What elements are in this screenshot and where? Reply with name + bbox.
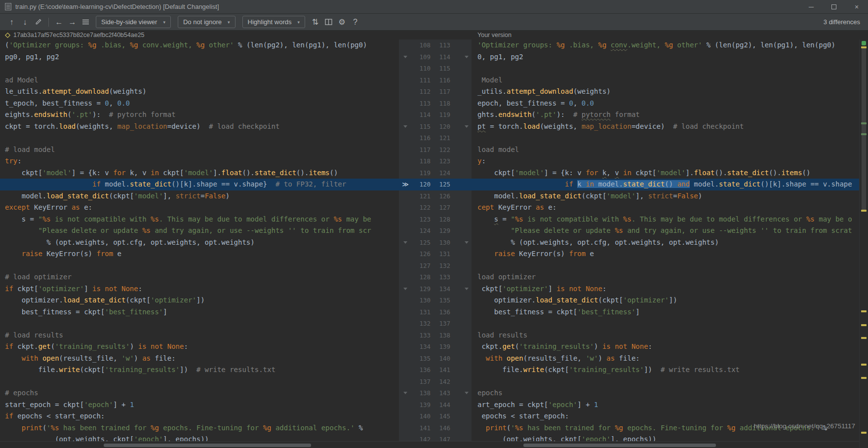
code-line[interactable]: load optimizer — [472, 271, 859, 283]
code-line[interactable]: # load results — [0, 330, 399, 341]
code-line[interactable]: Model — [472, 75, 859, 86]
code-line[interactable]: cept KeyError as e: — [472, 202, 859, 214]
code-line[interactable] — [472, 260, 859, 272]
code-line[interactable]: ckpt['model'] = {k: v for k, v in ckpt['… — [0, 167, 399, 179]
minimize-button[interactable]: ─ — [800, 0, 823, 13]
code-line[interactable]: epoch, best_fitness = 0, 0.0 — [472, 98, 859, 110]
code-line[interactable]: eights.endswith('.pt'): # pytorch format — [0, 109, 399, 121]
code-line[interactable]: t_epoch, best_fitness = 0, 0.0 — [0, 98, 399, 110]
code-line[interactable]: optimizer.load_state_dict(ckpt['optimize… — [472, 295, 859, 306]
stripe-mark[interactable] — [861, 337, 867, 339]
code-line[interactable]: model.load_state_dict(ckpt['model'], str… — [472, 190, 859, 202]
error-stripe[interactable] — [859, 39, 868, 448]
stripe-mark[interactable] — [861, 324, 867, 326]
code-line[interactable]: if k in model.state_dict() and model.sta… — [472, 179, 859, 190]
stripe-mark[interactable] — [861, 377, 867, 379]
code-line[interactable]: file.write(ckpt['training_results']) # w… — [472, 364, 859, 376]
back-button[interactable]: ← — [52, 16, 66, 28]
code-line[interactable]: epochs — [472, 387, 859, 399]
code-line[interactable]: with open(results_file, 'w') as file: — [472, 353, 859, 365]
code-line[interactable]: best_fitness = ckpt['best_fitness'] — [0, 306, 399, 318]
horizontal-scrollbar-thumb[interactable] — [104, 444, 311, 447]
code-line[interactable]: art_epoch = ckpt['epoch'] + 1 — [472, 399, 859, 411]
code-line[interactable]: s = "%s is not compatible with %s. This … — [472, 214, 859, 225]
code-line[interactable]: # epochs — [0, 387, 399, 399]
horizontal-scrollbar-thumb[interactable] — [523, 444, 716, 447]
forward-button[interactable]: → — [66, 16, 79, 28]
code-line[interactable]: y: — [472, 155, 859, 167]
whitespace-policy-select[interactable]: Do not ignore ▾ — [178, 16, 236, 28]
code-line[interactable]: % (opt.weights, opt.cfg, opt.weights, op… — [0, 237, 399, 249]
code-line[interactable]: except KeyError as e: — [0, 202, 399, 214]
code-line[interactable]: pt = torch.load(weights, map_location=de… — [472, 121, 859, 133]
vertical-scrollbar-thumb[interactable] — [862, 47, 866, 210]
code-line[interactable]: start_epoch = ckpt['epoch'] + 1 — [0, 399, 399, 411]
right-editor-pane[interactable]: 'Optimizer groups: %g .bias, %g conv.wei… — [472, 39, 859, 448]
code-line[interactable] — [472, 132, 859, 144]
stripe-mark[interactable] — [861, 364, 867, 366]
code-line[interactable]: ckpt.get('training_results') is not None… — [472, 341, 859, 353]
code-line[interactable] — [472, 63, 859, 75]
code-line[interactable]: raise KeyError(s) from e — [0, 248, 399, 260]
left-editor-pane[interactable]: ('Optimizer groups: %g .bias, %g conv.we… — [0, 39, 399, 448]
help-button[interactable]: ? — [349, 16, 362, 28]
code-line[interactable]: ('Optimizer groups: %g .bias, %g conv.we… — [0, 39, 399, 51]
changed-files-list-button[interactable] — [79, 16, 92, 28]
code-line[interactable] — [0, 318, 399, 330]
code-line[interactable]: raise KeyError(s) from e — [472, 248, 859, 260]
code-line[interactable]: if model.state_dict()[k].shape == v.shap… — [0, 179, 399, 190]
code-line[interactable]: optimizer.load_state_dict(ckpt['optimize… — [0, 295, 399, 306]
code-line[interactable] — [472, 376, 859, 388]
stripe-mark[interactable] — [861, 133, 867, 135]
code-line[interactable]: file.write(ckpt['training_results']) # w… — [0, 364, 399, 376]
close-button[interactable]: × — [845, 0, 868, 13]
code-line[interactable] — [0, 63, 399, 75]
code-line[interactable]: ckpt['model'] = {k: v for k, v in ckpt['… — [472, 167, 859, 179]
stripe-mark[interactable] — [861, 432, 867, 434]
code-line[interactable]: print('%s has been trained for %g epochs… — [0, 422, 399, 434]
code-line[interactable]: load model — [472, 144, 859, 156]
code-line[interactable]: ckpt = torch.load(weights, map_location=… — [0, 121, 399, 133]
stripe-mark[interactable] — [861, 46, 867, 48]
code-line[interactable]: _utils.attempt_download(weights) — [472, 86, 859, 98]
code-line[interactable]: best_fitness = ckpt['best_fitness'] — [472, 306, 859, 318]
code-line[interactable]: if ckpt.get('training_results') is not N… — [0, 341, 399, 353]
code-line[interactable]: model.load_state_dict(ckpt['model'], str… — [0, 190, 399, 202]
edit-source-button[interactable] — [32, 16, 45, 28]
maximize-button[interactable] — [823, 0, 845, 13]
code-line[interactable]: epochs < start_epoch: — [472, 411, 859, 422]
code-line[interactable]: s = "%s is not compatible with %s. This … — [0, 214, 399, 225]
code-line[interactable] — [0, 376, 399, 388]
code-line[interactable]: % (opt.weights, opt.cfg, opt.weights, op… — [472, 237, 859, 249]
code-line[interactable]: ckpt['optimizer'] is not None: — [472, 283, 859, 295]
code-line[interactable]: "Please delete or update %s and try agai… — [0, 225, 399, 237]
code-line[interactable]: "Please delete or update %s and try agai… — [472, 225, 859, 237]
settings-button[interactable]: ⚙ — [335, 16, 349, 28]
code-line[interactable]: 0, pg1, pg2 — [472, 51, 859, 63]
viewer-mode-select[interactable]: Side-by-side viewer ▾ — [96, 16, 171, 28]
code-line[interactable] — [472, 318, 859, 330]
inspections-indicator[interactable] — [862, 41, 866, 45]
code-line[interactable] — [0, 260, 399, 272]
code-line[interactable]: load results — [472, 330, 859, 341]
code-line[interactable]: ghts.endswith('.pt'): # pytorch format — [472, 109, 859, 121]
next-difference-button[interactable]: ↓ — [18, 16, 32, 28]
highlighting-policy-select[interactable]: Highlight words ▾ — [242, 16, 305, 28]
code-line[interactable]: with open(results_file, 'w') as file: — [0, 353, 399, 365]
sync-scrolling-button[interactable] — [322, 16, 335, 28]
code-line[interactable]: if ckpt['optimizer'] is not None: — [0, 283, 399, 295]
code-line[interactable]: pg0, pg1, pg2 — [0, 51, 399, 63]
horizontal-scrollbar[interactable] — [0, 441, 859, 448]
collapse-unchanged-button[interactable]: ⇅ — [309, 16, 322, 28]
stripe-mark[interactable] — [861, 210, 867, 212]
code-line[interactable] — [0, 132, 399, 144]
previous-difference-button[interactable]: ↑ — [5, 16, 18, 28]
code-line[interactable]: # load model — [0, 144, 399, 156]
code-line[interactable]: le_utils.attempt_download(weights) — [0, 86, 399, 98]
stripe-mark[interactable] — [861, 310, 867, 312]
code-line[interactable]: try: — [0, 155, 399, 167]
stripe-mark[interactable] — [861, 122, 867, 124]
code-line[interactable]: # load optimizer — [0, 271, 399, 283]
code-line[interactable]: ad Model — [0, 75, 399, 86]
code-line[interactable]: 'Optimizer groups: %g .bias, %g conv.wei… — [472, 39, 859, 51]
